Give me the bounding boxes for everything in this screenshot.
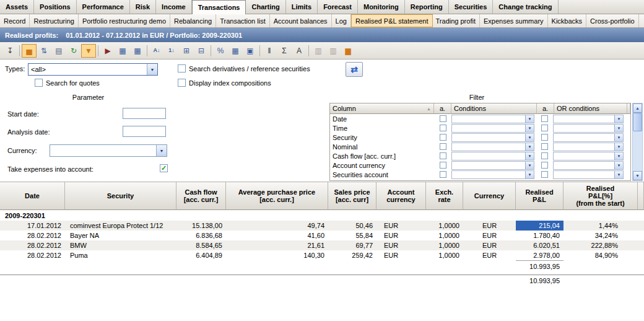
column-header-currency[interactable]: Currency [463, 182, 516, 210]
filter-row-label[interactable]: Cash flow [acc. curr.] [330, 152, 434, 160]
search-quotes-checkbox[interactable] [35, 79, 43, 87]
filter-row-label[interactable]: Security [330, 134, 434, 141]
percent-icon[interactable]: % [213, 44, 228, 58]
chevron-down-icon[interactable]: ▼ [525, 162, 534, 169]
cell-realised-pct[interactable]: 84,90% [564, 250, 638, 260]
cell-cash-flow[interactable]: 6.404,89 [176, 250, 226, 260]
chevron-down-icon[interactable]: ▼ [614, 143, 623, 151]
cell-account-currency[interactable]: EUR [376, 240, 426, 250]
scroll-up-icon[interactable]: ▲ [633, 103, 642, 113]
column-header-account-currency[interactable]: Account currency [376, 182, 426, 210]
chevron-down-icon[interactable]: ▼ [525, 115, 534, 123]
chevron-down-icon[interactable]: ▼ [156, 145, 167, 156]
types-select[interactable]: <all> ▼ [28, 63, 158, 76]
column-header-sales-price[interactable]: Sales price [acc. curr] [328, 182, 376, 210]
column-header-cash-flow[interactable]: Cash flow [acc. curr.] [176, 182, 226, 210]
filter-conditions-select[interactable]: ▼ [451, 115, 534, 123]
bar-chart-icon[interactable]: ▆ [341, 44, 355, 58]
filter-row-label[interactable]: Date [330, 115, 434, 123]
cell-sales-price[interactable]: 69,77 [328, 240, 376, 250]
cell-account-currency[interactable]: EUR [376, 250, 426, 260]
cell-currency[interactable]: EUR [463, 221, 516, 231]
filter-or-checkbox[interactable] [536, 152, 553, 159]
subtab-account-balances[interactable]: Account balances [270, 14, 332, 27]
cell-cash-flow[interactable]: 6.836,68 [176, 231, 226, 240]
subtab-cross-portfolio[interactable]: Cross-portfolio [586, 14, 639, 27]
menu-tab-income[interactable]: Income [156, 0, 192, 14]
sum-icon[interactable]: Σ [277, 44, 292, 58]
menu-tab-change-tracking[interactable]: Change tracking [493, 0, 558, 14]
cell-security[interactable]: Bayer NA [65, 231, 176, 240]
sort-asc-icon[interactable]: A↓ [149, 44, 164, 58]
chevron-down-icon[interactable]: ▼ [525, 143, 534, 151]
cell-date[interactable]: 28.02.2012 [0, 250, 65, 260]
filter-and-checkbox[interactable] [434, 125, 451, 131]
filter-or-checkbox[interactable] [536, 115, 553, 122]
chart-updown-icon[interactable]: ⇅ [37, 44, 51, 58]
chevron-down-icon[interactable]: ▼ [614, 115, 623, 123]
group-row[interactable]: 2009-220301 [0, 210, 644, 221]
display-index-checkbox[interactable] [178, 79, 186, 87]
cell-date[interactable]: 17.01.2012 [0, 221, 65, 231]
filter-or-select[interactable]: ▼ [553, 133, 624, 142]
column-header-exch-rate[interactable]: Exch. rate [426, 182, 463, 210]
expenses-checkbox[interactable]: ✓ [160, 164, 168, 172]
cell-account-currency[interactable]: EUR [376, 231, 426, 240]
cell-exch-rate[interactable]: 1,0000 [426, 250, 463, 260]
subtab-transaction-list[interactable]: Transaction list [216, 14, 270, 27]
subtab-expenses-summary[interactable]: Expenses summary [480, 14, 548, 27]
filter-conditions-select[interactable]: ▼ [451, 152, 534, 160]
cell-date[interactable]: 28.02.2012 [0, 231, 65, 240]
filter-and-checkbox[interactable] [434, 171, 451, 178]
filter-conditions-select[interactable]: ▼ [451, 161, 534, 170]
subtab-rebalancing[interactable]: Rebalancing [170, 14, 216, 27]
subtab-realised-pnl-statement[interactable]: Realised P&L statement [351, 14, 433, 27]
subtab-restructuring[interactable]: Restructuring [30, 14, 78, 27]
refresh-icon[interactable]: ↻ [66, 44, 81, 58]
menu-tab-assets[interactable]: Assets [0, 0, 34, 14]
cell-cash-flow[interactable]: 15.138,00 [176, 221, 226, 231]
filter-and-checkbox[interactable] [434, 162, 451, 169]
column-header-security[interactable]: Security [65, 182, 176, 210]
cell-sales-price[interactable]: 50,46 [328, 221, 376, 231]
cell-realised-pnl[interactable]: 6.020,51 [516, 240, 564, 250]
subtab-record[interactable]: Record [0, 14, 30, 27]
subtab-log[interactable]: Log [332, 14, 351, 27]
filter-or-select[interactable]: ▼ [553, 143, 624, 151]
filter-header-column[interactable]: Column▲ [330, 103, 434, 114]
cell-avg-purchase-price[interactable]: 140,30 [226, 250, 328, 260]
column-header-realised-pct[interactable]: Realised P&L[%] (from the start) [564, 182, 638, 210]
menu-tab-charting[interactable]: Charting [246, 0, 285, 14]
cell-exch-rate[interactable]: 1,0000 [426, 240, 463, 250]
filter-scrollbar[interactable]: ▲ ▼ [632, 103, 643, 181]
chevron-down-icon[interactable]: ▼ [614, 162, 623, 169]
menu-tab-securities[interactable]: Securities [449, 0, 494, 14]
collapse-all-icon[interactable]: ⊟ [194, 44, 209, 58]
filter-row-label[interactable]: Nominal [330, 143, 434, 151]
filter-or-select[interactable]: ▼ [553, 170, 624, 179]
menu-tab-monitoring[interactable]: Monitoring [358, 0, 405, 14]
filter-header-or-conditions[interactable]: OR conditions [554, 103, 627, 114]
cell-realised-pct[interactable]: 222,88% [564, 240, 638, 250]
column-header-avg-purchase-price[interactable]: Average purchase price [acc. curr.] [226, 182, 328, 210]
filter-row-label[interactable]: Time [330, 125, 434, 132]
scrollbar-thumb[interactable] [633, 113, 642, 131]
cell-date[interactable]: 28.02.2012 [0, 240, 65, 250]
subtab-trading-profit[interactable]: Trading profit [432, 14, 480, 27]
subtab-kickbacks[interactable]: Kickbacks [548, 14, 587, 27]
filter-row-label[interactable]: Account currency [330, 162, 434, 169]
filter-or-checkbox[interactable] [536, 162, 553, 169]
cell-currency[interactable]: EUR [463, 240, 516, 250]
cell-realised-pnl[interactable]: 1.780,40 [516, 231, 564, 240]
filter-row-label[interactable]: Securities account [330, 171, 434, 178]
menu-tab-performance[interactable]: Performance [77, 0, 130, 14]
chevron-down-icon[interactable]: ▼ [525, 152, 534, 160]
cell-avg-purchase-price[interactable]: 41,60 [226, 231, 328, 240]
freeze-columns-icon[interactable]: ‖ [262, 44, 277, 58]
step-forward-icon[interactable]: ▶ [100, 44, 115, 58]
chevron-down-icon[interactable]: ▼ [147, 64, 157, 75]
filter-icon[interactable]: ▼ [81, 44, 96, 58]
cell-security[interactable]: BMW [65, 240, 176, 250]
filter-header-and[interactable]: a. [434, 103, 451, 114]
cell-exch-rate[interactable]: 1,0000 [426, 231, 463, 240]
